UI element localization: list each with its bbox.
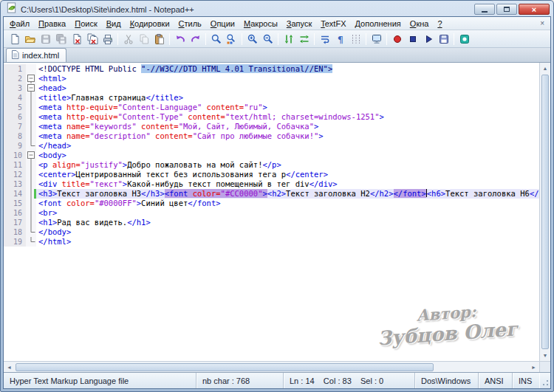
- line-number[interactable]: 3: [4, 83, 26, 93]
- line-number[interactable]: 9: [4, 141, 26, 151]
- play-macro-icon[interactable]: [420, 32, 436, 47]
- menu-textfx[interactable]: TextFX: [316, 18, 350, 29]
- line-number[interactable]: 6: [4, 112, 26, 122]
- scroll-up-icon[interactable]: ▲: [540, 63, 550, 74]
- code-line[interactable]: 9</head>: [4, 141, 539, 151]
- code-line[interactable]: 6<meta http-equiv="Content-Type" content…: [4, 112, 539, 122]
- copy-icon[interactable]: [136, 32, 151, 47]
- code-line[interactable]: 13<div title="текст">Какой-нибудь текст …: [4, 179, 539, 189]
- word-wrap-icon[interactable]: [317, 32, 332, 47]
- sync-vertical-icon[interactable]: [281, 32, 296, 47]
- menu-file[interactable]: Файл: [5, 18, 34, 29]
- code-line[interactable]: 8<meta name="description" content="Сайт …: [4, 131, 539, 141]
- fold-toggle-icon[interactable]: [26, 74, 36, 83]
- code-line[interactable]: 5<meta http-equiv="Content-Language" con…: [4, 103, 539, 112]
- code-line[interactable]: 18</body>: [4, 227, 539, 237]
- editor-lines[interactable]: Автор: Зубцов Олег 1<!DOCTYPE HTML Publi…: [4, 63, 539, 361]
- save-icon[interactable]: [38, 32, 53, 47]
- menu-encoding[interactable]: Кодировки: [126, 18, 174, 29]
- scroll-left-icon[interactable]: ◄: [4, 362, 15, 373]
- code-line[interactable]: 10<body>: [4, 151, 539, 160]
- zoom-in-icon[interactable]: [244, 32, 260, 47]
- editor[interactable]: Автор: Зубцов Олег 1<!DOCTYPE HTML Publi…: [4, 63, 550, 372]
- code-line[interactable]: 16<br>: [4, 208, 539, 218]
- code-line[interactable]: 17<h1>Рад вас видеть.</h1>: [4, 218, 539, 227]
- menu-search[interactable]: Поиск: [70, 18, 101, 29]
- indent-guide-icon[interactable]: [348, 32, 363, 47]
- line-number[interactable]: 19: [4, 237, 26, 247]
- menu-edit[interactable]: Правка: [34, 18, 70, 29]
- resize-grip[interactable]: [539, 373, 550, 388]
- code-text: <h3>Текст заголовка H3</h3><font color="…: [36, 189, 539, 199]
- record-macro-icon[interactable]: [389, 32, 405, 47]
- code-text: <meta http-equiv="Content-Language" cont…: [36, 103, 539, 112]
- save-macro-icon[interactable]: [436, 32, 451, 47]
- horizontal-scroll-thumb[interactable]: [16, 363, 434, 371]
- line-number[interactable]: 18: [4, 227, 26, 237]
- fold-toggle-icon[interactable]: [26, 151, 36, 160]
- redo-icon[interactable]: [188, 32, 203, 47]
- save-all-icon[interactable]: [53, 32, 69, 47]
- zoom-out-icon[interactable]: [260, 32, 276, 47]
- close-button[interactable]: ×: [519, 4, 550, 15]
- line-number[interactable]: 11: [4, 160, 26, 170]
- show-all-chars-icon[interactable]: ¶: [332, 32, 348, 47]
- vertical-scroll-thumb[interactable]: [541, 75, 549, 349]
- fold-toggle-icon[interactable]: [26, 83, 36, 93]
- view-monitor-icon[interactable]: [369, 32, 384, 47]
- menu-syntax[interactable]: Стиль: [174, 18, 206, 29]
- tab-index-html[interactable]: index.html: [6, 48, 66, 62]
- minimize-button[interactable]: [474, 4, 495, 15]
- stop-macro-icon[interactable]: [405, 32, 420, 47]
- code-line[interactable]: 1<!DOCTYPE HTML Public "-//W3C//DTD HTML…: [4, 64, 539, 74]
- menu-plugins[interactable]: Дополнения: [350, 18, 405, 29]
- undo-icon[interactable]: [172, 32, 188, 47]
- code-line[interactable]: 3<head>: [4, 83, 539, 93]
- paste-icon[interactable]: [151, 32, 167, 47]
- open-file-icon[interactable]: [22, 32, 38, 47]
- close-file-icon[interactable]: [69, 32, 84, 47]
- menu-help[interactable]: ?: [433, 18, 446, 29]
- code-line[interactable]: 12<center>Центрированный текст без испол…: [4, 170, 539, 179]
- line-number[interactable]: 8: [4, 131, 26, 141]
- find-icon[interactable]: [208, 32, 224, 47]
- line-number[interactable]: 7: [4, 122, 26, 131]
- scroll-down-icon[interactable]: ▼: [540, 350, 550, 361]
- code-line[interactable]: 14<h3>Текст заголовка H3</h3><font color…: [4, 189, 539, 199]
- code-line[interactable]: 15<font color="#0000FF">Синий цвет</font…: [4, 199, 539, 208]
- line-number[interactable]: 10: [4, 151, 26, 160]
- print-icon[interactable]: [100, 32, 115, 47]
- menu-view[interactable]: Вид: [102, 18, 126, 29]
- cut-icon[interactable]: [120, 32, 136, 47]
- menu-run[interactable]: Запуск: [282, 18, 316, 29]
- menubar-close-icon[interactable]: ×: [536, 19, 549, 27]
- maximize-button[interactable]: [496, 4, 517, 15]
- scroll-right-icon[interactable]: ►: [528, 362, 539, 373]
- plugin-icon[interactable]: [456, 32, 472, 47]
- code-line[interactable]: 2<html>: [4, 74, 539, 83]
- code-line[interactable]: 7<meta name="keywords" content="Мой, Сай…: [4, 122, 539, 131]
- line-number[interactable]: 13: [4, 179, 26, 189]
- line-number[interactable]: 2: [4, 74, 26, 83]
- horizontal-scrollbar[interactable]: ◄ ►: [4, 361, 539, 372]
- line-number[interactable]: 17: [4, 218, 26, 227]
- line-number[interactable]: 4: [4, 93, 26, 103]
- line-number[interactable]: 1: [4, 64, 26, 74]
- replace-icon[interactable]: [224, 32, 239, 47]
- code-line[interactable]: 4<title>Главная страница</title>: [4, 93, 539, 103]
- vertical-scrollbar[interactable]: ▲ ▼: [540, 63, 550, 361]
- menu-window[interactable]: Окна: [406, 18, 434, 29]
- code-line[interactable]: 19</html>: [4, 237, 539, 247]
- line-number[interactable]: 14: [4, 189, 26, 199]
- title-bar[interactable]: C:\Users\1\Desktop\Site\index.html - Not…: [3, 1, 551, 16]
- menu-macro[interactable]: Макросы: [239, 18, 282, 29]
- close-all-icon[interactable]: [84, 32, 100, 47]
- line-number[interactable]: 12: [4, 170, 26, 179]
- line-number[interactable]: 16: [4, 208, 26, 218]
- menu-settings[interactable]: Опции: [206, 18, 239, 29]
- new-file-icon[interactable]: [7, 32, 22, 47]
- sync-horizontal-icon[interactable]: [296, 32, 312, 47]
- line-number[interactable]: 15: [4, 199, 26, 208]
- line-number[interactable]: 5: [4, 103, 26, 112]
- code-line[interactable]: 11<p align="justify">Добро пожаловать на…: [4, 160, 539, 170]
